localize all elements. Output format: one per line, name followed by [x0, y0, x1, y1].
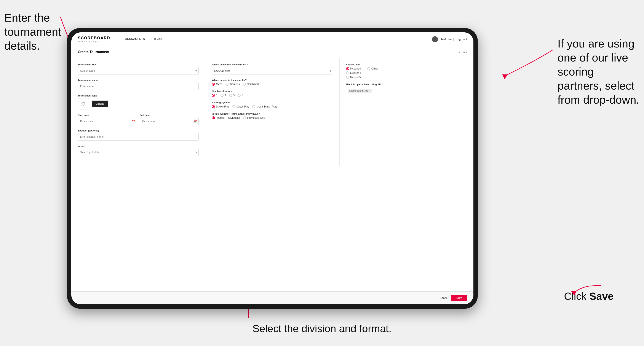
radio-teams-label: Teams (+Individuals)	[216, 116, 240, 119]
sign-out-link[interactable]: Sign out	[456, 37, 467, 41]
tournament-name-input[interactable]	[78, 83, 199, 90]
end-date-input[interactable]	[140, 118, 199, 125]
tournament-name-label: Tournament name	[78, 79, 199, 81]
cancel-button[interactable]: Cancel	[440, 296, 448, 300]
annotation-topleft: Enter the tournament details.	[4, 11, 69, 53]
venue-input[interactable]	[78, 149, 199, 156]
teams-label: Is this event for Teams and/or Individua…	[212, 112, 333, 115]
tournament-host-input-wrapper: ▾	[78, 67, 199, 74]
radio-other-circle	[367, 67, 370, 70]
form-body: Tournament Host ▾ Tournament name Tourna	[71, 58, 474, 166]
logo-sub: Powered by Clippit	[78, 40, 110, 42]
round-2[interactable]: 2	[220, 94, 226, 97]
save-button[interactable]: Save	[451, 295, 467, 301]
radio-medal-circle	[252, 105, 255, 108]
division-input[interactable]	[212, 67, 333, 74]
venue-input-wrapper: ▾	[78, 149, 199, 156]
scoring-stroke[interactable]: Stroke Play	[212, 105, 229, 108]
sponsor-group: Sponsor (optional)	[78, 129, 199, 141]
radio-combined-circle	[243, 83, 246, 86]
radio-mens-circle	[212, 83, 215, 86]
radio-round3-circle	[229, 94, 232, 97]
chevron-down-icon: ▾	[196, 69, 197, 73]
scoring-medal-match[interactable]: Medal Match Play	[252, 105, 277, 108]
teams-group: Is this event for Teams and/or Individua…	[212, 112, 333, 119]
radio-round1-circle	[212, 94, 215, 97]
radio-6count5-circle	[346, 76, 349, 79]
page-title: Create Tournament	[78, 50, 110, 54]
rounds-group: Number of rounds 1 2	[212, 90, 333, 97]
tournament-name-group: Tournament name	[78, 79, 199, 90]
gender-mens[interactable]: Mens	[212, 83, 222, 86]
end-date-field: End date 📅	[140, 114, 199, 125]
radio-individuals-label: Individuals Only	[247, 116, 266, 119]
live-scoring-input[interactable]: Leaderboard King ×	[346, 87, 467, 94]
radio-mens-label: Mens	[216, 83, 222, 86]
gender-label: Which gender is the event for?	[212, 79, 333, 81]
live-scoring-label: Use third-party live scoring API?	[346, 83, 467, 86]
form-col-2: Which division is the event for? ▾ Which…	[205, 58, 340, 166]
start-date-input[interactable]	[78, 118, 137, 125]
gender-combined[interactable]: Combined	[243, 83, 259, 86]
individuals-only[interactable]: Individuals Only	[243, 116, 266, 119]
tournament-host-input[interactable]	[78, 67, 199, 74]
radio-womens-label: Womens	[230, 83, 240, 86]
format-5count4[interactable]: 5 count 4	[346, 67, 361, 70]
end-date-input-wrapper: 📅	[140, 118, 199, 125]
chevron-down-icon-venue: ▾	[196, 151, 197, 154]
teams-plus-individuals[interactable]: Teams (+Individuals)	[212, 116, 240, 119]
annotation-bottom: Select the division and format.	[252, 322, 392, 335]
scoring-group: Scoring system Stroke Play Match Play	[212, 101, 333, 108]
header-right: Test User | Sign out	[432, 36, 467, 42]
form-col-3: Format type 5 count 4 Other	[340, 58, 474, 166]
format-type-label: Format type	[346, 63, 467, 66]
date-row: Start date 📅 End date 📅	[78, 114, 199, 125]
page-header: Create Tournament Back	[71, 46, 474, 58]
back-link[interactable]: Back	[459, 50, 467, 54]
scoring-match[interactable]: Match Play	[232, 105, 249, 108]
date-group: Start date 📅 End date 📅	[78, 114, 199, 125]
start-date-input-wrapper: 📅	[78, 118, 137, 125]
radio-individuals-circle	[243, 116, 246, 119]
radio-medal-label: Medal Match Play	[256, 105, 277, 108]
radio-round4-label: 4	[242, 94, 243, 97]
tag-close-button[interactable]: ×	[369, 89, 370, 92]
scoring-tag-text: Leaderboard King	[349, 89, 368, 92]
nav-tabs: TOURNAMENTS TEAMS	[119, 32, 168, 46]
logo-upload-row: 🖼 Upload	[78, 98, 199, 109]
radio-round4-circle	[238, 94, 240, 97]
format-6count4[interactable]: 6 count 4	[346, 71, 467, 74]
radio-match-label: Match Play	[236, 105, 249, 108]
round-3[interactable]: 3	[229, 94, 235, 97]
upload-button[interactable]: Upload	[92, 101, 108, 107]
radio-5count4-label: 5 count 4	[350, 67, 361, 70]
sponsor-input[interactable]	[78, 133, 199, 141]
radio-6count4-label: 6 count 4	[350, 71, 361, 74]
format-other[interactable]: Other	[367, 67, 378, 70]
format-6count5[interactable]: 6 count 5	[346, 76, 467, 79]
logo-text: SCOREBOARD	[78, 36, 110, 40]
division-group: Which division is the event for? ▾	[212, 63, 333, 74]
nav-tab-teams[interactable]: TEAMS	[149, 32, 168, 46]
header-left: SCOREBOARD Powered by Clippit TOURNAMENT…	[78, 32, 168, 46]
logo-placeholder: 🖼	[78, 98, 89, 109]
tournament-logo-label: Tournament logo	[78, 94, 199, 97]
round-1[interactable]: 1	[212, 94, 218, 97]
radio-round2-circle	[220, 94, 224, 97]
tournament-host-group: Tournament Host ▾	[78, 63, 199, 74]
format-type-options: 5 count 4 Other 6 count 4	[346, 67, 467, 79]
gender-womens[interactable]: Womens	[226, 83, 240, 86]
tablet-screen: SCOREBOARD Powered by Clippit TOURNAMENT…	[71, 32, 474, 304]
tournament-logo-group: Tournament logo 🖼 Upload	[78, 94, 199, 109]
venue-label: Venue	[78, 145, 199, 148]
user-avatar	[432, 36, 438, 42]
rounds-radio-group: 1 2 3 4	[212, 94, 333, 97]
nav-tab-tournaments[interactable]: TOURNAMENTS	[119, 32, 149, 46]
radio-6count4-circle	[346, 71, 349, 74]
annotation-topright: If you are using one of our live scoring…	[558, 37, 640, 107]
round-4[interactable]: 4	[238, 94, 243, 97]
page-content: Create Tournament Back Tournament Host ▾	[71, 46, 474, 291]
format-row-1: 5 count 4 Other	[346, 67, 467, 70]
radio-stroke-label: Stroke Play	[216, 105, 229, 108]
radio-womens-circle	[226, 83, 228, 86]
